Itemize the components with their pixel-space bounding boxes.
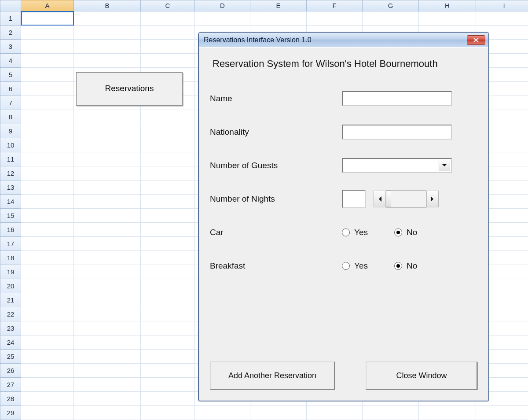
cell-B15[interactable]: [74, 209, 141, 223]
dialog-close-button[interactable]: [467, 35, 485, 45]
cell-C25[interactable]: [141, 350, 195, 364]
car-no-radio[interactable]: No: [394, 228, 417, 237]
cell-G29[interactable]: [363, 406, 419, 420]
cell-C29[interactable]: [141, 406, 195, 420]
car-yes-radio[interactable]: Yes: [342, 228, 368, 237]
cell-A15[interactable]: [21, 209, 74, 223]
row-header-23[interactable]: 23: [0, 321, 21, 335]
row-header-26[interactable]: 26: [0, 364, 21, 378]
dialog-titlebar[interactable]: Reservations Interface Version 1.0: [199, 33, 488, 48]
cell-C2[interactable]: [141, 26, 195, 40]
scroll-right-button[interactable]: [426, 191, 439, 207]
row-header-24[interactable]: 24: [0, 335, 21, 350]
add-reservation-button[interactable]: Add Another Reservation: [210, 361, 335, 390]
row-header-20[interactable]: 20: [0, 279, 21, 293]
nationality-input[interactable]: [342, 125, 452, 140]
cell-B21[interactable]: [74, 293, 141, 307]
cell-A24[interactable]: [21, 335, 74, 350]
cell-A18[interactable]: [21, 251, 74, 265]
cell-A14[interactable]: [21, 195, 74, 209]
row-header-2[interactable]: 2: [0, 26, 21, 40]
breakfast-yes-radio[interactable]: Yes: [342, 261, 368, 271]
row-header-10[interactable]: 10: [0, 138, 21, 152]
cell-A16[interactable]: [21, 223, 74, 237]
cell-B2[interactable]: [74, 26, 141, 40]
cell-A1[interactable]: [21, 11, 74, 26]
cell-A4[interactable]: [21, 54, 74, 68]
cell-A9[interactable]: [21, 124, 74, 138]
cell-A17[interactable]: [21, 237, 74, 251]
cell-C17[interactable]: [141, 237, 195, 251]
cell-B18[interactable]: [74, 251, 141, 265]
cell-A10[interactable]: [21, 138, 74, 152]
cell-C20[interactable]: [141, 279, 195, 293]
row-header-13[interactable]: 13: [0, 181, 21, 195]
cell-C8[interactable]: [141, 110, 195, 124]
cell-C28[interactable]: [141, 392, 195, 406]
cell-C22[interactable]: [141, 307, 195, 321]
cell-C1[interactable]: [141, 11, 195, 26]
cell-B22[interactable]: [74, 307, 141, 321]
cell-A29[interactable]: [21, 406, 74, 420]
cell-B23[interactable]: [74, 321, 141, 335]
cell-C10[interactable]: [141, 138, 195, 152]
cell-A25[interactable]: [21, 350, 74, 364]
name-input[interactable]: [342, 91, 452, 106]
cell-A13[interactable]: [21, 181, 74, 195]
breakfast-no-radio[interactable]: No: [394, 261, 417, 271]
cell-B27[interactable]: [74, 378, 141, 392]
row-header-15[interactable]: 15: [0, 209, 21, 223]
cell-A21[interactable]: [21, 293, 74, 307]
row-header-25[interactable]: 25: [0, 350, 21, 364]
cell-B10[interactable]: [74, 138, 141, 152]
column-header-I[interactable]: I: [476, 0, 528, 11]
row-header-27[interactable]: 27: [0, 378, 21, 392]
row-header-16[interactable]: 16: [0, 223, 21, 237]
cell-H29[interactable]: [419, 406, 476, 420]
cell-D29[interactable]: [195, 406, 250, 420]
cell-A3[interactable]: [21, 40, 74, 54]
scroll-track[interactable]: [386, 190, 426, 208]
row-header-22[interactable]: 22: [0, 307, 21, 321]
cell-A26[interactable]: [21, 364, 74, 378]
row-header-11[interactable]: 11: [0, 152, 21, 166]
row-header-19[interactable]: 19: [0, 265, 21, 279]
cell-A22[interactable]: [21, 307, 74, 321]
cell-C9[interactable]: [141, 124, 195, 138]
cell-A27[interactable]: [21, 378, 74, 392]
cell-C13[interactable]: [141, 181, 195, 195]
cell-A28[interactable]: [21, 392, 74, 406]
column-header-C[interactable]: C: [141, 0, 195, 11]
chevron-down-icon[interactable]: [439, 160, 450, 171]
row-header-12[interactable]: 12: [0, 166, 21, 181]
cell-D1[interactable]: [195, 11, 250, 26]
cell-E1[interactable]: [250, 11, 307, 26]
cell-C14[interactable]: [141, 195, 195, 209]
cell-A23[interactable]: [21, 321, 74, 335]
cell-A2[interactable]: [21, 26, 74, 40]
row-header-21[interactable]: 21: [0, 293, 21, 307]
cell-B17[interactable]: [74, 237, 141, 251]
row-header-7[interactable]: 7: [0, 96, 21, 110]
scroll-thumb[interactable]: [386, 191, 391, 206]
cell-B19[interactable]: [74, 265, 141, 279]
cell-F1[interactable]: [307, 11, 363, 26]
cell-A7[interactable]: [21, 96, 74, 110]
cell-C12[interactable]: [141, 166, 195, 181]
cell-I1[interactable]: [476, 11, 528, 26]
cell-B25[interactable]: [74, 350, 141, 364]
cell-B20[interactable]: [74, 279, 141, 293]
cell-C26[interactable]: [141, 364, 195, 378]
guests-combobox[interactable]: [342, 158, 452, 173]
cell-B4[interactable]: [74, 54, 141, 68]
row-header-4[interactable]: 4: [0, 54, 21, 68]
cell-A8[interactable]: [21, 110, 74, 124]
cell-C4[interactable]: [141, 54, 195, 68]
row-header-1[interactable]: 1: [0, 11, 21, 26]
reservations-button[interactable]: Reservations: [76, 72, 183, 106]
cell-A5[interactable]: [21, 68, 74, 82]
cell-B12[interactable]: [74, 166, 141, 181]
cell-B9[interactable]: [74, 124, 141, 138]
cell-B3[interactable]: [74, 40, 141, 54]
cell-C11[interactable]: [141, 152, 195, 166]
